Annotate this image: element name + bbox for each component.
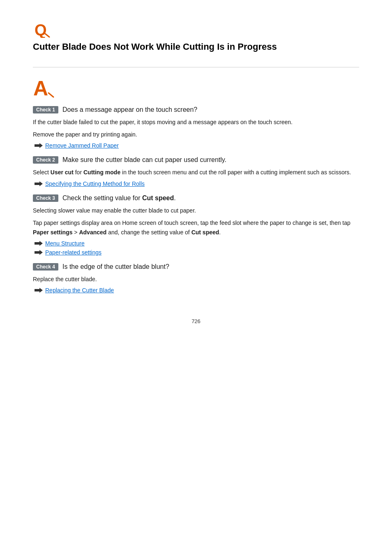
svg-marker-6 [35, 241, 43, 246]
check-4-para-1: Replace the cutter blade. [33, 275, 359, 284]
check-1-para-2: Remove the paper and try printing again. [33, 130, 359, 139]
arrow-icon-4 [35, 250, 43, 255]
check-1-para-1: If the cutter blade failed to cut the pa… [33, 118, 359, 127]
check-3-para-1: Selecting slower value may enable the cu… [33, 206, 359, 215]
svg-text:Q: Q [35, 21, 47, 38]
svg-marker-8 [35, 288, 43, 293]
link-replacing-cutter: Replacing the Cutter Blade [35, 287, 359, 294]
check-1-block: Check 1 Does a message appear on the tou… [33, 106, 359, 149]
link-menu-structure-text[interactable]: Menu Structure [45, 240, 85, 247]
arrow-icon-3 [35, 240, 43, 246]
link-paper-settings-text[interactable]: Paper-related settings [45, 249, 101, 256]
page-number: 726 [33, 318, 359, 324]
check-3-body: Selecting slower value may enable the cu… [33, 206, 359, 237]
check-3-para-2: Tap paper settings display area on Home … [33, 218, 359, 237]
arrow-icon-5 [35, 287, 43, 293]
check-3-block: Check 3 Check the setting value for Cut … [33, 194, 359, 256]
check-2-para-1: Select User cut for Cutting mode in the … [33, 168, 359, 177]
link-cutting-method: Specifying the Cutting Method for Rolls [35, 180, 359, 187]
link-paper-settings: Paper-related settings [35, 249, 359, 256]
check-2-block: Check 2 Make sure the cutter blade can c… [33, 156, 359, 187]
check-4-body: Replace the cutter blade. [33, 275, 359, 284]
link-remove-jammed: Remove Jammed Roll Paper [35, 142, 359, 149]
check-1-heading: Check 1 Does a message appear on the tou… [33, 106, 359, 113]
check-2-badge: Check 2 [33, 156, 58, 164]
check-1-body: If the cutter blade failed to cut the pa… [33, 118, 359, 139]
link-cutting-method-text[interactable]: Specifying the Cutting Method for Rolls [45, 180, 145, 187]
svg-line-3 [48, 93, 53, 97]
svg-text:A: A [33, 77, 48, 98]
check-4-badge: Check 4 [33, 263, 58, 271]
check-4-heading-text: Is the edge of the cutter blade blunt? [62, 263, 169, 271]
section-divider [33, 67, 359, 67]
svg-marker-7 [35, 250, 43, 255]
check-1-heading-text: Does a message appear on the touch scree… [62, 106, 197, 113]
q-icon: Q [33, 21, 51, 39]
check-2-heading-text: Make sure the cutter blade can cut paper… [62, 156, 226, 164]
check-1-links: Remove Jammed Roll Paper [33, 142, 359, 149]
check-3-badge: Check 3 [33, 194, 58, 202]
check-4-links: Replacing the Cutter Blade [33, 287, 359, 294]
arrow-icon-1 [35, 143, 43, 148]
link-replacing-cutter-text[interactable]: Replacing the Cutter Blade [45, 287, 114, 294]
arrow-icon-2 [35, 181, 43, 187]
check-3-heading: Check 3 Check the setting value for Cut … [33, 194, 359, 202]
a-icon: A [33, 76, 359, 98]
link-remove-jammed-text[interactable]: Remove Jammed Roll Paper [45, 142, 119, 149]
check-3-heading-text: Check the setting value for Cut speed. [62, 194, 176, 202]
check-2-links: Specifying the Cutting Method for Rolls [33, 180, 359, 187]
check-4-block: Check 4 Is the edge of the cutter blade … [33, 263, 359, 294]
page-header: Q Cutter Blade Does Not Work While Cutti… [33, 21, 359, 60]
link-menu-structure: Menu Structure [35, 240, 359, 247]
check-2-body: Select User cut for Cutting mode in the … [33, 168, 359, 177]
page-title: Cutter Blade Does Not Work While Cutting… [33, 41, 359, 53]
svg-marker-4 [35, 143, 43, 148]
check-1-badge: Check 1 [33, 106, 58, 113]
check-3-links: Menu Structure Paper-related settings [33, 240, 359, 256]
check-4-heading: Check 4 Is the edge of the cutter blade … [33, 263, 359, 271]
svg-marker-5 [35, 181, 43, 186]
check-2-heading: Check 2 Make sure the cutter blade can c… [33, 156, 359, 164]
